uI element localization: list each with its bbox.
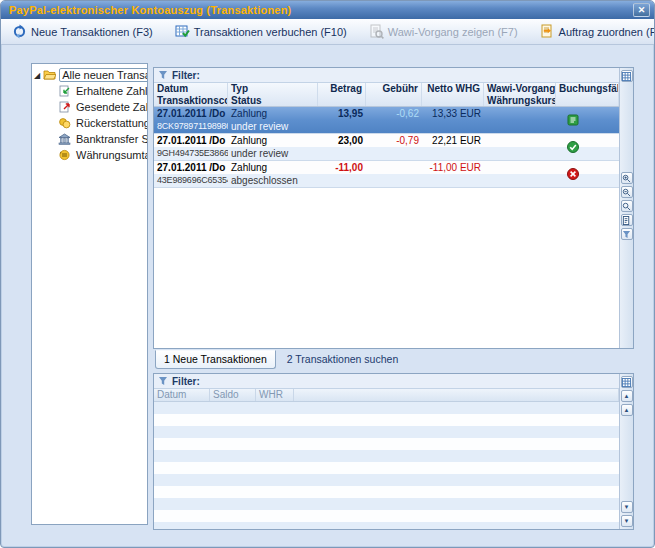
arrow-up-icon: ▲ (624, 407, 630, 413)
scroll-down-button[interactable]: ▼ (621, 501, 633, 513)
saldo-header: Datum Saldo WHR (154, 389, 619, 402)
grid-layout-button[interactable] (621, 70, 633, 82)
transaction-type: Zahlung (228, 161, 318, 174)
filter-icon (158, 376, 168, 386)
tab-neue-transaktionen[interactable]: 1 Neue Transaktionen (155, 350, 276, 369)
saldo-column-saldo[interactable]: Saldo (210, 389, 256, 401)
transaction-amount: -11,00 (318, 161, 366, 174)
toolbar-button-auftrag-zuordnen[interactable]: Auftrag zuordnen (F9) (534, 21, 655, 42)
tree-expander-icon[interactable]: ◢ (34, 71, 40, 80)
grid-icon (622, 72, 631, 81)
tree-item-label[interactable]: Alle neuen Transaktionen (59, 68, 148, 82)
transactions-empty-area (154, 188, 619, 348)
zoom-out-icon (622, 188, 631, 197)
tab-bar: 1 Neue Transaktionen 2 Transaktionen suc… (153, 351, 634, 369)
window-title: PayPal-elektronischer Kontoauszug (Trans… (9, 4, 633, 16)
toolbar-button-label: Neue Transaktionen (F3) (31, 26, 153, 38)
saldo-column-whr[interactable]: WHR (256, 389, 294, 401)
main-area: Filter: DatumTransaktionscode TypStatus … (153, 67, 634, 530)
scroll-up-button[interactable]: ▲ (621, 404, 633, 416)
toolbar-button-transaktionen-verbuchen[interactable]: Transaktionen verbuchen (F10) (169, 21, 353, 42)
saldo-empty-rows (154, 402, 619, 529)
tree-item-label[interactable]: Banktransfer Saldo (74, 133, 148, 145)
scroll-first-button[interactable]: ▲ (621, 390, 633, 402)
toolbar-button-neue-transaktionen[interactable]: Neue Transaktionen (F3) (6, 21, 159, 42)
transaction-net: 22,21 EUR (422, 134, 484, 147)
toolbar-button-label: Wawi-Vorgang zeigen (F7) (388, 26, 518, 38)
refresh-transactions-icon (12, 24, 27, 39)
column-header-wawi-vorgang[interactable]: Wawi-VorgangWährungskurs (484, 83, 556, 106)
zoom-in-icon (622, 174, 631, 183)
document-icon (622, 216, 631, 225)
transaction-wawi (484, 134, 556, 147)
column-header-typ[interactable]: TypStatus (228, 83, 318, 106)
tree-item-label[interactable]: Gesendete Zahlungen (74, 101, 148, 113)
close-button[interactable]: ✕ (633, 3, 650, 17)
transaction-fee (366, 161, 422, 174)
toolbar: Neue Transaktionen (F3) Transaktionen ve… (1, 19, 654, 45)
transaction-wawi (484, 107, 556, 120)
column-filter-button[interactable] (621, 228, 633, 240)
saldo-column-datum[interactable]: Datum (154, 389, 210, 401)
transaction-fee: -0,79 (366, 134, 422, 147)
search-button[interactable] (621, 200, 633, 212)
bank-icon (58, 133, 71, 145)
transaction-date: 27.01.2011 /Do (154, 134, 228, 147)
arrow-up-icon: ▲ (624, 393, 630, 399)
tree-item-rueckerstattungen[interactable]: Rückerstattungen (34, 115, 145, 131)
search-icon (622, 202, 631, 211)
tree-item-erhaltene-zahlungen[interactable]: Erhaltene Zahlungen (34, 83, 145, 99)
toolbar-button-wawi-vorgang-zeigen: Wawi-Vorgang zeigen (F7) (363, 21, 524, 42)
transaction-row[interactable]: 27.01.2011 /Do Zahlung 23,00 -0,79 22,21… (154, 134, 619, 161)
transaction-amount: 13,95 (318, 107, 366, 120)
transaction-net: -11,00 EUR (422, 161, 484, 174)
tab-transaktionen-suchen[interactable]: 2 Transaktionen suchen (279, 351, 407, 369)
transaction-code: 9GH494735E3866936 (154, 147, 228, 160)
transactions-panel: Filter: DatumTransaktionscode TypStatus … (153, 67, 634, 349)
grid-layout-button[interactable] (621, 376, 633, 388)
tree-item-banktransfer-saldo[interactable]: Banktransfer Saldo (34, 131, 145, 147)
preview-button[interactable] (621, 214, 633, 226)
app-window: PayPal-elektronischer Kontoauszug (Trans… (0, 0, 655, 548)
tree-item-waehrungsumtausch[interactable]: Währungsumtausch (34, 147, 145, 163)
column-header-netto-whg[interactable]: Netto WHG (422, 83, 484, 106)
saldo-filter-input[interactable] (204, 376, 615, 387)
transaction-fee: -0,62 (366, 107, 422, 120)
post-transactions-icon (175, 24, 190, 39)
tree-item-label[interactable]: Erhaltene Zahlungen (74, 85, 148, 97)
received-payments-icon (58, 85, 71, 97)
tree-item-label[interactable]: Währungsumtausch (74, 149, 148, 161)
column-header-datum[interactable]: DatumTransaktionscode (154, 83, 228, 106)
titlebar: PayPal-elektronischer Kontoauszug (Trans… (1, 1, 654, 19)
transaction-date: 27.01.2011 /Do (154, 161, 228, 174)
column-header-betrag[interactable]: Betrag (318, 83, 366, 106)
tree-item-alle-neuen-transaktionen[interactable]: ◢ Alle neuen Transaktionen (34, 67, 145, 83)
scroll-last-button[interactable]: ▼ (621, 515, 633, 527)
saldo-panel: Filter: Datum Saldo WHR ▲ ▲ ▼ ▼ (153, 373, 634, 530)
transactions-filter-input[interactable] (204, 70, 615, 81)
assign-order-icon (540, 24, 555, 39)
zoom-out-button[interactable] (621, 186, 633, 198)
toolbar-button-label: Auftrag zuordnen (F9) (559, 26, 655, 38)
grid-icon (622, 378, 631, 387)
filter-label: Filter: (172, 70, 200, 81)
column-header-gebuehr[interactable]: Gebühr (366, 83, 422, 106)
transaction-wawi (484, 161, 556, 174)
transaction-row[interactable]: 27.01.2011 /Do Zahlung 13,95 -0,62 13,33… (154, 107, 619, 134)
transaction-row[interactable]: 27.01.2011 /Do Zahlung -11,00 -11,00 EUR… (154, 161, 619, 188)
open-folder-icon (43, 69, 56, 81)
bookable-ok-icon (566, 140, 580, 154)
refunds-coins-icon (58, 117, 71, 129)
zoom-in-button[interactable] (621, 172, 633, 184)
transaction-net: 13,33 EUR (422, 107, 484, 120)
transaction-date: 27.01.2011 /Do (154, 107, 228, 120)
filter-label: Filter: (172, 376, 200, 387)
transaction-status: abgeschlossen (228, 174, 318, 187)
tree-item-label[interactable]: Rückerstattungen (74, 117, 148, 129)
column-header-buchungsfaehig[interactable]: Buchungsfähig (556, 83, 619, 106)
toolbar-button-label: Transaktionen verbuchen (F10) (194, 26, 347, 38)
transaction-code: 8CK9789711989861D (154, 120, 228, 133)
transaction-status: under review (228, 120, 318, 133)
bookable-ledger-icon (566, 113, 580, 127)
tree-item-gesendete-zahlungen[interactable]: Gesendete Zahlungen (34, 99, 145, 115)
